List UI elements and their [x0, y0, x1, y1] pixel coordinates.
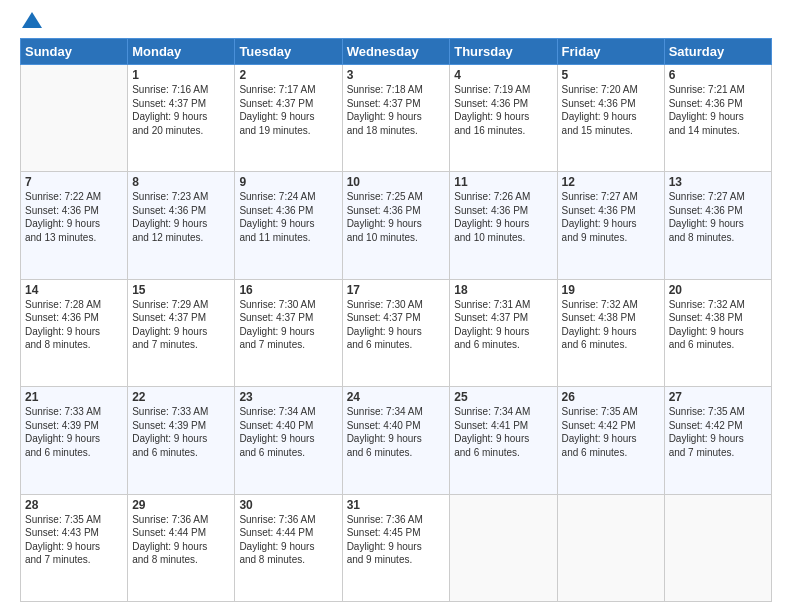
calendar-cell: 15Sunrise: 7:29 AM Sunset: 4:37 PM Dayli…: [128, 279, 235, 386]
day-number: 5: [562, 68, 660, 82]
day-info: Sunrise: 7:34 AM Sunset: 4:40 PM Dayligh…: [239, 405, 337, 459]
logo: [20, 16, 42, 28]
calendar-header: SundayMondayTuesdayWednesdayThursdayFrid…: [21, 39, 772, 65]
day-number: 21: [25, 390, 123, 404]
calendar-cell: 16Sunrise: 7:30 AM Sunset: 4:37 PM Dayli…: [235, 279, 342, 386]
calendar-body: 1Sunrise: 7:16 AM Sunset: 4:37 PM Daylig…: [21, 65, 772, 602]
day-number: 3: [347, 68, 446, 82]
day-info: Sunrise: 7:36 AM Sunset: 4:44 PM Dayligh…: [239, 513, 337, 567]
calendar-cell: 14Sunrise: 7:28 AM Sunset: 4:36 PM Dayli…: [21, 279, 128, 386]
day-number: 26: [562, 390, 660, 404]
day-number: 14: [25, 283, 123, 297]
calendar-cell: [557, 494, 664, 601]
day-info: Sunrise: 7:35 AM Sunset: 4:42 PM Dayligh…: [669, 405, 767, 459]
calendar-cell: 4Sunrise: 7:19 AM Sunset: 4:36 PM Daylig…: [450, 65, 557, 172]
day-info: Sunrise: 7:33 AM Sunset: 4:39 PM Dayligh…: [132, 405, 230, 459]
calendar-cell: 27Sunrise: 7:35 AM Sunset: 4:42 PM Dayli…: [664, 387, 771, 494]
col-header-tuesday: Tuesday: [235, 39, 342, 65]
day-number: 13: [669, 175, 767, 189]
col-header-wednesday: Wednesday: [342, 39, 450, 65]
calendar-cell: 29Sunrise: 7:36 AM Sunset: 4:44 PM Dayli…: [128, 494, 235, 601]
day-number: 19: [562, 283, 660, 297]
day-info: Sunrise: 7:30 AM Sunset: 4:37 PM Dayligh…: [347, 298, 446, 352]
day-info: Sunrise: 7:23 AM Sunset: 4:36 PM Dayligh…: [132, 190, 230, 244]
day-info: Sunrise: 7:25 AM Sunset: 4:36 PM Dayligh…: [347, 190, 446, 244]
calendar-cell: 20Sunrise: 7:32 AM Sunset: 4:38 PM Dayli…: [664, 279, 771, 386]
page-container: SundayMondayTuesdayWednesdayThursdayFrid…: [0, 0, 792, 612]
day-info: Sunrise: 7:34 AM Sunset: 4:41 PM Dayligh…: [454, 405, 552, 459]
day-number: 7: [25, 175, 123, 189]
day-number: 24: [347, 390, 446, 404]
day-info: Sunrise: 7:28 AM Sunset: 4:36 PM Dayligh…: [25, 298, 123, 352]
day-info: Sunrise: 7:36 AM Sunset: 4:44 PM Dayligh…: [132, 513, 230, 567]
day-info: Sunrise: 7:18 AM Sunset: 4:37 PM Dayligh…: [347, 83, 446, 137]
calendar-cell: 25Sunrise: 7:34 AM Sunset: 4:41 PM Dayli…: [450, 387, 557, 494]
day-number: 16: [239, 283, 337, 297]
day-info: Sunrise: 7:30 AM Sunset: 4:37 PM Dayligh…: [239, 298, 337, 352]
calendar-row-4: 28Sunrise: 7:35 AM Sunset: 4:43 PM Dayli…: [21, 494, 772, 601]
day-info: Sunrise: 7:31 AM Sunset: 4:37 PM Dayligh…: [454, 298, 552, 352]
day-info: Sunrise: 7:24 AM Sunset: 4:36 PM Dayligh…: [239, 190, 337, 244]
calendar-cell: 26Sunrise: 7:35 AM Sunset: 4:42 PM Dayli…: [557, 387, 664, 494]
day-number: 29: [132, 498, 230, 512]
day-number: 10: [347, 175, 446, 189]
day-number: 31: [347, 498, 446, 512]
calendar-cell: 12Sunrise: 7:27 AM Sunset: 4:36 PM Dayli…: [557, 172, 664, 279]
day-info: Sunrise: 7:27 AM Sunset: 4:36 PM Dayligh…: [562, 190, 660, 244]
calendar-cell: [21, 65, 128, 172]
calendar-cell: 18Sunrise: 7:31 AM Sunset: 4:37 PM Dayli…: [450, 279, 557, 386]
day-number: 18: [454, 283, 552, 297]
day-number: 12: [562, 175, 660, 189]
day-number: 2: [239, 68, 337, 82]
col-header-saturday: Saturday: [664, 39, 771, 65]
calendar-cell: 19Sunrise: 7:32 AM Sunset: 4:38 PM Dayli…: [557, 279, 664, 386]
calendar-cell: 28Sunrise: 7:35 AM Sunset: 4:43 PM Dayli…: [21, 494, 128, 601]
day-info: Sunrise: 7:33 AM Sunset: 4:39 PM Dayligh…: [25, 405, 123, 459]
header: [20, 16, 772, 28]
day-info: Sunrise: 7:22 AM Sunset: 4:36 PM Dayligh…: [25, 190, 123, 244]
day-info: Sunrise: 7:21 AM Sunset: 4:36 PM Dayligh…: [669, 83, 767, 137]
day-info: Sunrise: 7:32 AM Sunset: 4:38 PM Dayligh…: [562, 298, 660, 352]
day-info: Sunrise: 7:34 AM Sunset: 4:40 PM Dayligh…: [347, 405, 446, 459]
calendar-row-3: 21Sunrise: 7:33 AM Sunset: 4:39 PM Dayli…: [21, 387, 772, 494]
calendar-cell: 21Sunrise: 7:33 AM Sunset: 4:39 PM Dayli…: [21, 387, 128, 494]
calendar-cell: 8Sunrise: 7:23 AM Sunset: 4:36 PM Daylig…: [128, 172, 235, 279]
calendar-cell: 13Sunrise: 7:27 AM Sunset: 4:36 PM Dayli…: [664, 172, 771, 279]
day-number: 6: [669, 68, 767, 82]
day-number: 11: [454, 175, 552, 189]
day-number: 25: [454, 390, 552, 404]
day-info: Sunrise: 7:36 AM Sunset: 4:45 PM Dayligh…: [347, 513, 446, 567]
day-info: Sunrise: 7:17 AM Sunset: 4:37 PM Dayligh…: [239, 83, 337, 137]
day-number: 15: [132, 283, 230, 297]
day-number: 1: [132, 68, 230, 82]
calendar-cell: 17Sunrise: 7:30 AM Sunset: 4:37 PM Dayli…: [342, 279, 450, 386]
calendar-row-0: 1Sunrise: 7:16 AM Sunset: 4:37 PM Daylig…: [21, 65, 772, 172]
calendar-cell: 6Sunrise: 7:21 AM Sunset: 4:36 PM Daylig…: [664, 65, 771, 172]
col-header-friday: Friday: [557, 39, 664, 65]
calendar-cell: 11Sunrise: 7:26 AM Sunset: 4:36 PM Dayli…: [450, 172, 557, 279]
day-info: Sunrise: 7:26 AM Sunset: 4:36 PM Dayligh…: [454, 190, 552, 244]
calendar-cell: 22Sunrise: 7:33 AM Sunset: 4:39 PM Dayli…: [128, 387, 235, 494]
logo-text: [20, 16, 42, 28]
col-header-thursday: Thursday: [450, 39, 557, 65]
day-number: 8: [132, 175, 230, 189]
calendar-cell: 7Sunrise: 7:22 AM Sunset: 4:36 PM Daylig…: [21, 172, 128, 279]
day-info: Sunrise: 7:16 AM Sunset: 4:37 PM Dayligh…: [132, 83, 230, 137]
col-header-monday: Monday: [128, 39, 235, 65]
day-number: 27: [669, 390, 767, 404]
day-info: Sunrise: 7:20 AM Sunset: 4:36 PM Dayligh…: [562, 83, 660, 137]
day-info: Sunrise: 7:27 AM Sunset: 4:36 PM Dayligh…: [669, 190, 767, 244]
day-info: Sunrise: 7:35 AM Sunset: 4:43 PM Dayligh…: [25, 513, 123, 567]
calendar-cell: 30Sunrise: 7:36 AM Sunset: 4:44 PM Dayli…: [235, 494, 342, 601]
calendar-cell: 24Sunrise: 7:34 AM Sunset: 4:40 PM Dayli…: [342, 387, 450, 494]
day-number: 20: [669, 283, 767, 297]
calendar-cell: 23Sunrise: 7:34 AM Sunset: 4:40 PM Dayli…: [235, 387, 342, 494]
calendar-cell: [664, 494, 771, 601]
calendar-table: SundayMondayTuesdayWednesdayThursdayFrid…: [20, 38, 772, 602]
calendar-cell: 9Sunrise: 7:24 AM Sunset: 4:36 PM Daylig…: [235, 172, 342, 279]
day-info: Sunrise: 7:29 AM Sunset: 4:37 PM Dayligh…: [132, 298, 230, 352]
day-number: 28: [25, 498, 123, 512]
calendar-row-1: 7Sunrise: 7:22 AM Sunset: 4:36 PM Daylig…: [21, 172, 772, 279]
day-info: Sunrise: 7:35 AM Sunset: 4:42 PM Dayligh…: [562, 405, 660, 459]
calendar-cell: 5Sunrise: 7:20 AM Sunset: 4:36 PM Daylig…: [557, 65, 664, 172]
